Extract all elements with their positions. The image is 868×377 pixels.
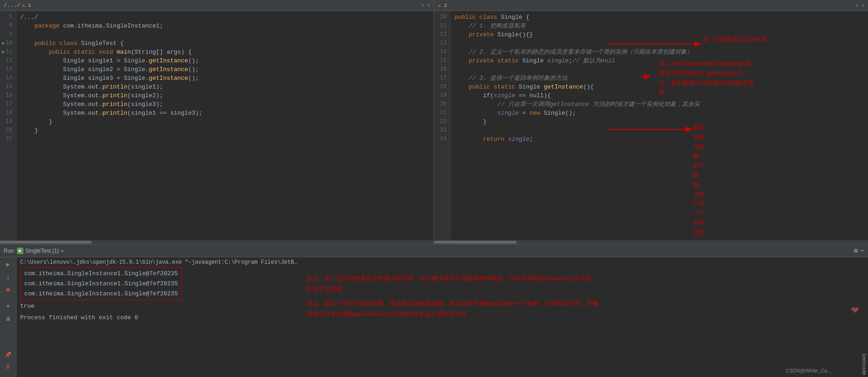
run-content: C:\Users\lenovo\.jdks\openjdk-15.0.1\bin… bbox=[16, 257, 868, 377]
run-output-area: C:\Users\lenovo\.jdks\openjdk-15.0.1\bin… bbox=[20, 259, 299, 375]
code-line-21 bbox=[20, 135, 430, 144]
right-code-line-20: // 只在第一次调用getInstance 方法的时候才建一个实例化对象，其余实 bbox=[454, 100, 864, 109]
run-print-btn[interactable]: 🖨 bbox=[3, 313, 13, 323]
right-code-line-15: private static Single single;// 默认为null bbox=[454, 56, 864, 65]
right-code-line-12: private Single(){} bbox=[454, 30, 864, 39]
code-line-19: } bbox=[20, 117, 430, 126]
right-code-line-24: return single; bbox=[454, 135, 864, 144]
right-editor-header: ⚠ 2 ∧ ∨ bbox=[434, 0, 868, 11]
code-line-10: public class SingleTest { bbox=[20, 39, 430, 48]
code-line-9 bbox=[20, 30, 430, 39]
settings-icon[interactable]: ⚙ bbox=[854, 247, 857, 255]
run-advantage-annotation: 优点：减少了内存空间的浪费，饿汉模式随着类加载，无论你用不用都会实例化一个对象，… bbox=[306, 298, 864, 320]
left-code-content: 1 8 9 ▶10 ▶11 12 13 14 15 16 17 18 19 20… bbox=[0, 11, 434, 240]
run-body: ▶ ↓ ■ ≡ 🖨 📌 🗑 C:\Users\lenovo\.jdks\open… bbox=[0, 257, 868, 377]
right-scrollbar[interactable] bbox=[434, 240, 868, 244]
run-bottom-btns: 📌 🗑 bbox=[3, 349, 13, 375]
left-warning-badge: ⚠ 1 bbox=[22, 2, 31, 8]
code-line-18: System.out.println(single1 == single3); bbox=[20, 109, 430, 117]
run-command-line: C:\Users\lenovo\.jdks\openjdk-15.0.1\bin… bbox=[20, 259, 299, 266]
right-header-controls: ∧ ∨ bbox=[856, 2, 864, 8]
run-stop-btn[interactable]: ■ bbox=[3, 285, 13, 295]
right-code-content: 10 11 12 13 14 15 16 17 18 19 20 21 22 2… bbox=[434, 11, 868, 240]
right-code-lines: public class Single { // 1. 把构造器私有 priva… bbox=[451, 11, 868, 240]
right-code-line-19: if(single == null){ bbox=[454, 91, 864, 100]
left-editor-header: /.../ ⚠ 1 ∧ ∨ bbox=[0, 0, 434, 11]
left-editor-pane: /.../ ⚠ 1 ∧ ∨ 1 8 9 ▶10 ▶11 12 13 bbox=[0, 0, 434, 244]
left-code-lines: /.../ package com.itheima.SingleInstance… bbox=[16, 11, 434, 240]
right-editor-pane: ⚠ 2 ∧ ∨ 10 11 12 13 14 15 16 17 18 19 20… bbox=[434, 0, 868, 244]
right-code-line-13 bbox=[454, 39, 864, 48]
right-code-line-11: // 1. 把构造器私有 bbox=[454, 22, 864, 30]
left-line-numbers: 1 8 9 ▶10 ▶11 12 13 14 15 16 17 18 19 20… bbox=[0, 11, 16, 240]
code-line-16: System.out.println(single2); bbox=[20, 91, 430, 100]
right-code-line-18: public static Single getInstance(){ bbox=[454, 83, 864, 91]
run-down-btn[interactable]: ↓ bbox=[3, 272, 13, 282]
run-list-btn[interactable]: ≡ bbox=[3, 301, 13, 311]
run-header: Run: ▶ SingleTest (1) × ⚙ — bbox=[0, 244, 868, 257]
output-bordered-box: com.itheima.SingleInstance1.Single@7ef20… bbox=[20, 267, 182, 300]
code-line-20: } bbox=[20, 126, 430, 135]
output-true-line: true bbox=[20, 301, 299, 311]
right-code-line-17: // 3. 提供一个返回单例对象的方法 bbox=[454, 74, 864, 83]
heart-watermark: ❤ bbox=[851, 302, 859, 317]
command-text: C:\Users\lenovo\.jdks\openjdk-15.0.1\bin… bbox=[20, 259, 299, 266]
run-tab[interactable]: ▶ SingleTest (1) × bbox=[17, 248, 64, 254]
run-icon: ▶ bbox=[17, 248, 23, 254]
right-line-numbers: 10 11 12 13 14 15 16 17 18 19 20 21 22 2… bbox=[434, 11, 451, 240]
run-tab-label: SingleTest (1) bbox=[25, 248, 59, 254]
code-line-1: /.../ bbox=[20, 13, 430, 22]
csdn-branding: CSDN@White_Co... bbox=[786, 368, 831, 373]
right-code-line-10: public class Single { bbox=[454, 13, 864, 22]
run-annotation-area: 缺点：第一次访问的速度没有饿汉模式快，应为懒汉模型不是随着类加载的，只有在调用g… bbox=[306, 259, 864, 375]
run-header-controls: ⚙ — bbox=[854, 247, 864, 255]
code-line-12: Single single1 = Single.getInstance(); bbox=[20, 56, 430, 65]
left-header-controls: ∧ ∨ bbox=[421, 2, 430, 8]
output-line-3: com.itheima.SingleInstance1.Single@7ef20… bbox=[24, 289, 178, 299]
output-line-2: com.itheima.SingleInstance1.Single@7ef20… bbox=[24, 279, 178, 289]
left-tab-label[interactable]: /.../ ⚠ 1 bbox=[4, 2, 31, 9]
right-warning-badge: ⚠ 2 bbox=[438, 2, 447, 8]
right-down-icon[interactable]: ∨ bbox=[861, 2, 864, 8]
up-arrow-icon[interactable]: ∧ bbox=[421, 2, 425, 8]
run-title: Run: ▶ SingleTest (1) × bbox=[4, 248, 64, 254]
run-label: Run: bbox=[4, 248, 15, 254]
right-up-icon[interactable]: ∧ bbox=[856, 2, 859, 8]
run-output-box: com.itheima.SingleInstance1.Single@7ef20… bbox=[20, 267, 299, 311]
leetcode-badge: leetcode bbox=[861, 353, 866, 375]
right-code-line-16 bbox=[454, 65, 864, 74]
code-line-11: public static void main(String[] args) { bbox=[20, 48, 430, 56]
run-pin-btn[interactable]: 📌 bbox=[3, 349, 13, 360]
code-line-8: package com.itheima.SingleInstance1; bbox=[20, 22, 430, 30]
code-line-17: System.out.println(single3); bbox=[20, 100, 430, 109]
run-trash-btn[interactable]: 🗑 bbox=[3, 361, 13, 371]
left-tab-path: /.../ bbox=[4, 2, 20, 9]
right-code-line-21: single = new Single(); bbox=[454, 109, 864, 117]
code-line-13: Single single2 = Single.getInstance(); bbox=[20, 65, 430, 74]
down-arrow-icon[interactable]: ∨ bbox=[427, 2, 430, 8]
right-code-line-23 bbox=[454, 126, 864, 135]
left-scrollbar[interactable] bbox=[0, 240, 434, 244]
minimize-icon[interactable]: — bbox=[861, 247, 864, 255]
code-line-14: Single single3 = Single.getInstance(); bbox=[20, 74, 430, 83]
output-line-1: com.itheima.SingleInstance1.Single@7ef20… bbox=[24, 269, 178, 279]
right-code-line-22: } bbox=[454, 117, 864, 126]
run-play-btn[interactable]: ▶ bbox=[3, 259, 13, 269]
process-done: Process finished with exit code 0 bbox=[20, 314, 299, 321]
right-tab-label: ⚠ 2 bbox=[438, 2, 447, 8]
editor-area: /.../ ⚠ 1 ∧ ∨ 1 8 9 ▶10 ▶11 12 13 bbox=[0, 0, 868, 244]
right-code-line-14: // 2. 定义一个私有的静态的成员变量来存储一个类的实例（只能在本类创建对象） bbox=[454, 48, 864, 56]
run-close-icon[interactable]: × bbox=[61, 248, 64, 254]
run-panel: Run: ▶ SingleTest (1) × ⚙ — ▶ ↓ ■ ≡ 🖨 📌 … bbox=[0, 244, 868, 377]
code-line-15: System.out.println(single1); bbox=[20, 83, 430, 91]
run-shortfall-annotation: 缺点：第一次访问的速度没有饿汉模式快，应为懒汉模型不是随着类加载的，只有在调用g… bbox=[306, 273, 864, 294]
run-extra-btns: ≡ 🖨 bbox=[3, 301, 13, 323]
run-sidebar: ▶ ↓ ■ ≡ 🖨 📌 🗑 bbox=[0, 257, 16, 377]
